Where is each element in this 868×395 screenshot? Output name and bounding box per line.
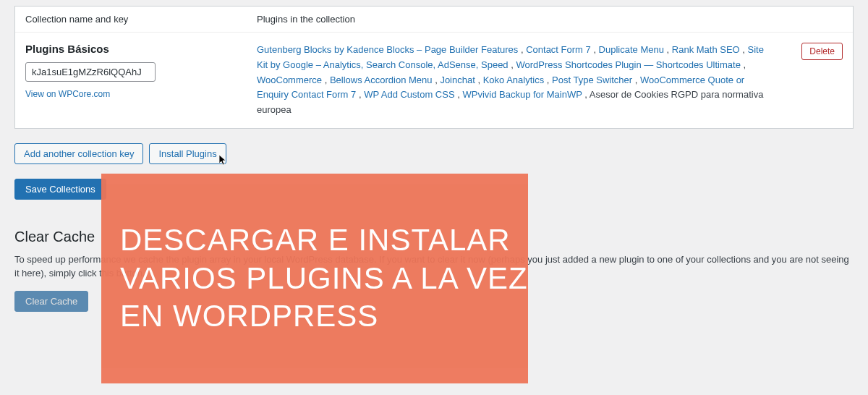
collection-title: Plugins Básicos xyxy=(25,43,257,55)
header-plugins-label: Plugins in the collection xyxy=(257,14,843,25)
collection-key-input[interactable] xyxy=(25,62,156,82)
delete-button[interactable]: Delete xyxy=(801,43,843,60)
plugin-link[interactable]: WordPress Shortcodes Plugin — Shortcodes… xyxy=(516,59,740,70)
clear-cache-button[interactable]: Clear Cache xyxy=(14,291,88,312)
install-plugins-button[interactable]: Install Plugins xyxy=(149,143,226,164)
plugin-link[interactable]: WooCommerce xyxy=(257,75,322,85)
overlay-text: Descargar e instalar varios plugins a la… xyxy=(120,221,528,336)
collection-info: Plugins Básicos View on WPCore.com xyxy=(25,43,257,99)
cursor-icon xyxy=(218,154,229,168)
plugin-link[interactable]: WPvivid Backup for MainWP xyxy=(462,89,582,100)
plugin-link[interactable]: Joinchat xyxy=(440,75,475,85)
install-plugins-label: Install Plugins xyxy=(158,148,216,159)
plugins-list: Gutenberg Blocks by Kadence Blocks – Pag… xyxy=(257,43,843,118)
header-collection-label: Collection name and key xyxy=(25,14,257,25)
plugin-link[interactable]: WP Add Custom CSS xyxy=(364,89,454,100)
plugin-link[interactable]: Post Type Switcher xyxy=(552,75,632,85)
plugin-link[interactable]: Contact Form 7 xyxy=(526,44,591,55)
action-buttons-row: Add another collection key Install Plugi… xyxy=(14,143,854,164)
plugin-link[interactable]: Rank Math SEO xyxy=(672,44,740,55)
plugin-link[interactable]: Gutenberg Blocks by Kadence Blocks – Pag… xyxy=(257,44,518,55)
add-collection-key-button[interactable]: Add another collection key xyxy=(14,143,143,164)
collection-panel: Collection name and key Plugins in the c… xyxy=(14,6,854,129)
plugin-link[interactable]: Koko Analytics xyxy=(483,75,545,85)
panel-body: Plugins Básicos View on WPCore.com Guten… xyxy=(15,33,853,128)
plugin-link[interactable]: Duplicate Menu xyxy=(599,44,664,55)
panel-header: Collection name and key Plugins in the c… xyxy=(15,7,853,33)
view-wpcore-link[interactable]: View on WPCore.com xyxy=(25,89,110,99)
overlay-banner: Descargar e instalar varios plugins a la… xyxy=(101,174,528,383)
plugin-link[interactable]: Bellows Accordion Menu xyxy=(330,75,433,85)
save-collections-button[interactable]: Save Collections xyxy=(14,179,106,200)
